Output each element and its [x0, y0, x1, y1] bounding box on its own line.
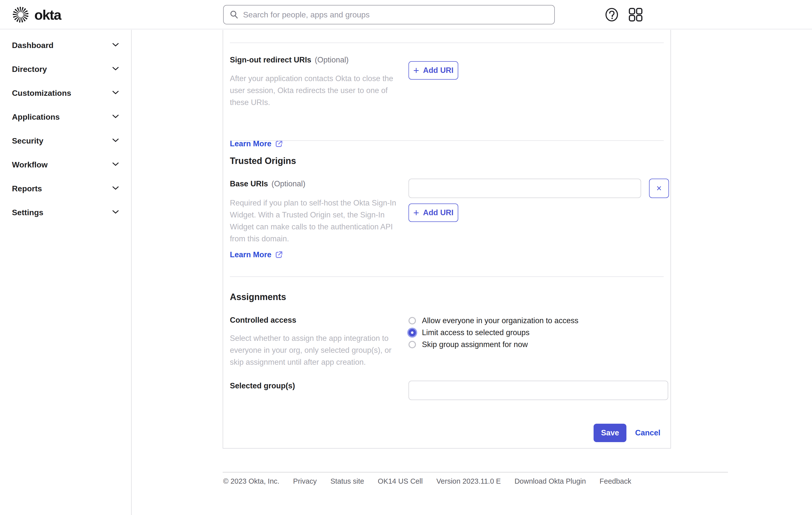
- sidebar-item-label: Dashboard: [12, 41, 54, 50]
- selected-groups-input[interactable]: [408, 381, 668, 400]
- radio-button[interactable]: [408, 341, 416, 348]
- signout-redirect-uris-label: Sign-out redirect URIs: [230, 56, 311, 64]
- learn-more-label: Learn More: [230, 250, 271, 259]
- signout-description: After your application contacts Okta to …: [230, 73, 393, 109]
- footer-version-text: Version 2023.11.0 E: [436, 477, 501, 485]
- chevron-down-icon: [112, 91, 119, 95]
- sidebar-item-reports[interactable]: Reports: [0, 177, 131, 201]
- base-uris-label: Base URIs: [230, 179, 268, 188]
- trusted-origins-add-uri-button[interactable]: + Add URI: [408, 203, 458, 222]
- radio-label: Limit access to selected groups: [422, 328, 530, 337]
- global-search[interactable]: [223, 5, 555, 24]
- chevron-down-icon: [112, 162, 119, 167]
- trusted-origins-description: Required if you plan to self-host the Ok…: [230, 197, 396, 245]
- sidebar-nav: Dashboard Directory Customizations Appli…: [0, 30, 132, 515]
- chevron-down-icon: [112, 138, 119, 143]
- footer-link-download-plugin[interactable]: Download Okta Plugin: [515, 477, 586, 485]
- section-divider: [230, 140, 664, 141]
- radio-button[interactable]: [408, 317, 416, 324]
- sidebar-item-customizations[interactable]: Customizations: [0, 81, 131, 105]
- controlled-access-radio-group: Allow everyone in your organization to a…: [408, 315, 578, 350]
- top-bar: okta: [0, 0, 812, 29]
- plus-icon: +: [413, 208, 419, 218]
- trusted-origins-heading: Trusted Origins: [230, 156, 296, 166]
- okta-logo[interactable]: okta: [12, 0, 61, 29]
- footer-divider: [223, 472, 728, 473]
- apps-grid-icon: [629, 8, 643, 22]
- radio-allow-everyone[interactable]: Allow everyone in your organization to a…: [408, 315, 578, 327]
- plus-icon: +: [413, 65, 419, 76]
- sidebar-item-label: Security: [12, 136, 43, 146]
- section-divider: [230, 42, 664, 43]
- search-icon: [230, 10, 238, 19]
- remove-uri-button[interactable]: ×: [649, 179, 669, 198]
- footer-link-status-site[interactable]: Status site: [330, 477, 364, 485]
- sidebar-item-dashboard[interactable]: Dashboard: [0, 33, 131, 57]
- sidebar-item-applications[interactable]: Applications: [0, 105, 131, 129]
- optional-tag: (Optional): [315, 56, 349, 64]
- add-uri-label: Add URI: [423, 208, 454, 217]
- chevron-down-icon: [112, 43, 119, 48]
- sidebar-item-label: Directory: [12, 65, 47, 74]
- close-x-icon: ×: [656, 183, 662, 194]
- sidebar-item-label: Reports: [12, 184, 42, 193]
- selected-groups-label: Selected group(s): [230, 381, 295, 390]
- apps-menu-button[interactable]: [629, 8, 643, 22]
- trusted-origins-learn-more-link[interactable]: Learn More: [230, 250, 283, 259]
- external-link-icon: [275, 140, 283, 148]
- search-input[interactable]: [243, 6, 548, 23]
- signout-add-uri-button[interactable]: + Add URI: [408, 61, 458, 80]
- chevron-down-icon: [112, 186, 119, 191]
- base-uri-input[interactable]: [408, 179, 641, 198]
- section-divider: [230, 277, 664, 277]
- footer-link-privacy[interactable]: Privacy: [293, 477, 317, 485]
- help-question-icon: [605, 8, 618, 22]
- okta-spiral-icon: [12, 6, 29, 23]
- controlled-access-label: Controlled access: [230, 316, 296, 325]
- footer-link-feedback[interactable]: Feedback: [600, 477, 631, 485]
- save-button[interactable]: Save: [593, 424, 627, 442]
- radio-limit-access[interactable]: Limit access to selected groups: [408, 327, 578, 339]
- app-settings-panel: Sign-out redirect URIs (Optional) After …: [223, 30, 671, 449]
- okta-wordmark: okta: [34, 7, 61, 23]
- radio-skip-assignment[interactable]: Skip group assignment for now: [408, 339, 578, 350]
- chevron-down-icon: [112, 114, 119, 119]
- sidebar-item-security[interactable]: Security: [0, 129, 131, 153]
- sidebar-item-workflow[interactable]: Workflow: [0, 153, 131, 177]
- optional-tag: (Optional): [271, 179, 305, 188]
- help-button[interactable]: [605, 8, 618, 22]
- sidebar-item-label: Customizations: [12, 89, 71, 98]
- copyright-text: © 2023 Okta, Inc.: [223, 477, 279, 485]
- radio-label: Allow everyone in your organization to a…: [422, 316, 578, 325]
- sidebar-item-label: Applications: [12, 112, 60, 122]
- radio-label: Skip group assignment for now: [422, 340, 528, 349]
- sidebar-item-directory[interactable]: Directory: [0, 57, 131, 81]
- sidebar-item-label: Settings: [12, 208, 43, 217]
- chevron-down-icon: [112, 210, 119, 215]
- add-uri-label: Add URI: [423, 66, 454, 75]
- assignments-heading: Assignments: [230, 292, 286, 302]
- sidebar-item-label: Workflow: [12, 160, 48, 169]
- cancel-button[interactable]: Cancel: [635, 424, 661, 442]
- radio-button[interactable]: [408, 329, 416, 336]
- chevron-down-icon: [112, 67, 119, 71]
- footer-cell-text: OK14 US Cell: [378, 477, 423, 485]
- footer: © 2023 Okta, Inc. Privacy Status site OK…: [223, 477, 631, 485]
- external-link-icon: [275, 251, 283, 259]
- controlled-access-description: Select whether to assign the app integra…: [230, 333, 392, 368]
- sidebar-item-settings[interactable]: Settings: [0, 201, 131, 224]
